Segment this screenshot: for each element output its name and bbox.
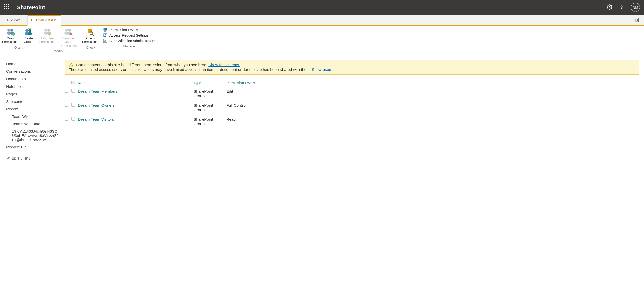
svg-line-26 (93, 34, 94, 36)
app-title[interactable]: SharePoint (17, 4, 45, 10)
svg-rect-29 (104, 30, 107, 32)
nav-recent[interactable]: Recent (6, 105, 60, 113)
access-request-settings-link[interactable]: Access Request Settings (103, 33, 155, 38)
row-checkbox[interactable] (65, 89, 68, 93)
col-levels-header[interactable]: Permission Levels (226, 79, 639, 88)
svg-point-37 (71, 66, 71, 66)
svg-point-21 (68, 29, 71, 32)
nav-documents[interactable]: Documents (6, 75, 60, 83)
group-levels: Full Control (226, 102, 639, 116)
grant-permissions-button[interactable]: + Grant Permissions (2, 27, 20, 45)
edit-user-permissions-button: Edit User Permissions (38, 27, 57, 48)
table-row: Dream Team Visitors SharePoint Group Rea… (65, 116, 639, 130)
help-icon[interactable] (619, 4, 624, 11)
notice-line2: There are limited access users on this s… (69, 67, 636, 72)
svg-point-1 (621, 8, 622, 8)
pencil-icon (6, 157, 10, 160)
group-type: SharePoint Group (194, 88, 226, 102)
nav-home[interactable]: Home (6, 60, 60, 68)
svg-point-10 (25, 29, 28, 32)
nav-conversations[interactable]: Conversations (6, 68, 60, 75)
ribbon-group-label-modify: Modify (38, 49, 78, 53)
group-link[interactable]: Dream Team Visitors (78, 116, 194, 130)
main-content: Some content on this site has different … (63, 54, 644, 166)
group-link[interactable]: Dream Team Owners (78, 102, 194, 116)
nav-recent-item[interactable]: Teams Wiki Data (6, 120, 60, 127)
svg-point-4 (7, 29, 10, 32)
ribbon-group-label-manage: Manage (103, 44, 155, 48)
svg-rect-35 (104, 41, 106, 42)
create-group-button[interactable]: Create Group (21, 27, 35, 45)
remove-user-permissions-button: Remove User Permissions (58, 27, 78, 48)
svg-rect-32 (104, 36, 106, 37)
group-type: SharePoint Group (194, 116, 226, 130)
warning-icon (69, 62, 74, 67)
svg-point-6 (10, 29, 13, 32)
nav-notebook[interactable]: Notebook (6, 83, 60, 90)
svg-text:+: + (13, 33, 14, 36)
tab-permissions[interactable]: PERMISSIONS (27, 15, 61, 26)
svg-rect-3 (636, 19, 637, 21)
permission-levels-link[interactable]: Permission Levels (103, 28, 155, 32)
nav-recent-item[interactable]: 19:6Yx1Jf03J4cihOsI43SQU3uKEAtwwvwh8aVls… (6, 127, 60, 143)
site-collection-admins-link[interactable]: Site Collection Administrators (103, 39, 155, 43)
row-checkbox[interactable] (65, 117, 68, 121)
svg-point-14 (28, 28, 29, 29)
permissions-notice: Some content on this site has different … (65, 60, 639, 75)
avatar-initials: NM (633, 5, 638, 9)
row-checkbox[interactable] (65, 103, 68, 107)
suite-bar: SharePoint NM (0, 0, 644, 15)
svg-point-28 (105, 28, 107, 30)
left-nav: Home Conversations Documents Notebook Pa… (0, 54, 63, 166)
ribbon-group-manage: Permission Levels Access Request Setting… (101, 27, 157, 54)
tab-browse[interactable]: BROWSE (4, 15, 27, 25)
svg-point-19 (65, 29, 68, 32)
ribbon-group-check: Check Permissions Check (80, 27, 101, 54)
ribbon: + Grant Permissions Create Group Grant (0, 26, 644, 54)
svg-point-24 (89, 29, 91, 31)
nav-site-contents[interactable]: Site contents (6, 98, 60, 105)
svg-rect-2 (635, 18, 639, 22)
ribbon-group-label-grant: Grant (2, 46, 35, 49)
group-link[interactable]: Dream Team Members (78, 88, 194, 102)
svg-point-34 (105, 40, 106, 41)
group-type: SharePoint Group (194, 102, 226, 116)
ribbon-tabs: BROWSE PERMISSIONS (0, 15, 644, 26)
app-launcher-icon[interactable] (4, 4, 10, 10)
table-row: Dream Team Owners SharePoint Group Full … (65, 102, 639, 116)
col-name-header[interactable]: Name (78, 79, 194, 88)
focus-content-icon[interactable] (629, 15, 644, 25)
col-type-header[interactable]: Type (194, 79, 226, 88)
notice-line1: Some content on this site has different … (76, 63, 240, 67)
ribbon-group-modify: Edit User Permissions Remove User Permis… (37, 27, 80, 54)
svg-rect-13 (28, 32, 32, 35)
table-row: Dream Team Members SharePoint Group Edit (65, 88, 639, 102)
svg-point-17 (47, 29, 50, 32)
settings-icon[interactable] (607, 4, 612, 11)
ribbon-group-label-check: Check (82, 46, 100, 49)
select-all-checkbox[interactable] (65, 81, 68, 84)
row-checkbox[interactable] (71, 89, 75, 93)
svg-point-12 (28, 29, 31, 32)
ribbon-group-grant: + Grant Permissions Create Group Grant (0, 27, 37, 54)
svg-point-15 (44, 29, 47, 32)
svg-point-0 (609, 6, 610, 8)
group-levels: Edit (226, 88, 639, 102)
user-avatar[interactable]: NM (631, 3, 640, 12)
row-checkbox[interactable] (71, 103, 75, 107)
edit-links-button[interactable]: EDIT LINKS (6, 156, 60, 160)
group-levels: Read (226, 116, 639, 130)
check-permissions-button[interactable]: Check Permissions (82, 27, 100, 45)
row-checkbox[interactable] (71, 117, 75, 121)
nav-recent-item[interactable]: Team Wiki (6, 113, 60, 120)
show-users-link[interactable]: Show users. (312, 67, 333, 72)
header-checkbox[interactable] (71, 81, 75, 84)
nav-pages[interactable]: Pages (6, 90, 60, 98)
svg-point-31 (105, 34, 106, 36)
show-these-items-link[interactable]: Show these items. (208, 63, 240, 67)
nav-recycle-bin[interactable]: Recycle Bin (6, 143, 60, 151)
permissions-table: Name Type Permission Levels Dream Team M… (65, 79, 639, 130)
